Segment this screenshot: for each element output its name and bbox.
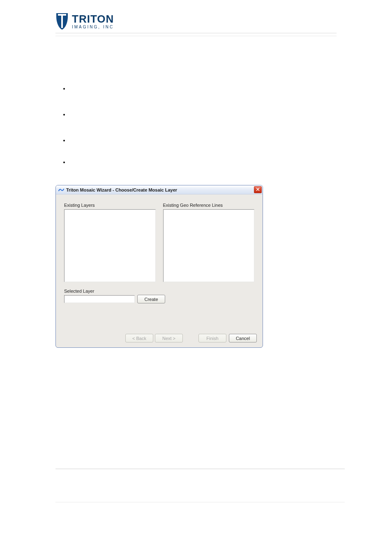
list-item <box>69 137 337 143</box>
logo-sub: IMAGING, INC <box>72 25 114 29</box>
titlebar: Triton Mosaic Wizard - Choose/Create Mos… <box>56 185 263 194</box>
logo-name: TRITON <box>72 14 114 24</box>
app-wave-icon <box>58 187 64 193</box>
logo-text: TRITON IMAGING, INC <box>72 14 114 29</box>
close-button[interactable] <box>254 186 262 193</box>
bullet-list <box>55 86 337 165</box>
logo: TRITON IMAGING, INC <box>55 12 114 30</box>
close-icon <box>256 187 260 192</box>
page-header: TRITON IMAGING, INC <box>55 12 337 33</box>
existing-layers-label: Existing Layers <box>64 203 156 208</box>
mosaic-wizard-dialog: Triton Mosaic Wizard - Choose/Create Mos… <box>55 185 263 348</box>
page-footer <box>55 469 345 535</box>
selected-layer-input[interactable] <box>64 295 135 303</box>
list-item <box>69 86 337 92</box>
cancel-button[interactable]: Cancel <box>229 334 257 342</box>
list-item <box>69 111 337 118</box>
divider <box>55 502 345 502</box>
dialog-title: Triton Mosaic Wizard - Choose/Create Mos… <box>66 187 254 192</box>
existing-geo-listbox[interactable] <box>163 209 255 282</box>
finish-button[interactable]: Finish <box>198 334 226 342</box>
list-item <box>69 159 337 165</box>
create-button[interactable]: Create <box>137 295 165 303</box>
divider <box>55 469 345 469</box>
logo-shield-icon <box>55 12 69 30</box>
existing-layers-listbox[interactable] <box>64 209 156 282</box>
back-button[interactable]: < Back <box>125 334 153 342</box>
existing-geo-label: Existing Geo Reference Lines <box>163 203 255 208</box>
next-button[interactable]: Next > <box>155 334 183 342</box>
selected-layer-label: Selected Layer <box>64 289 254 294</box>
